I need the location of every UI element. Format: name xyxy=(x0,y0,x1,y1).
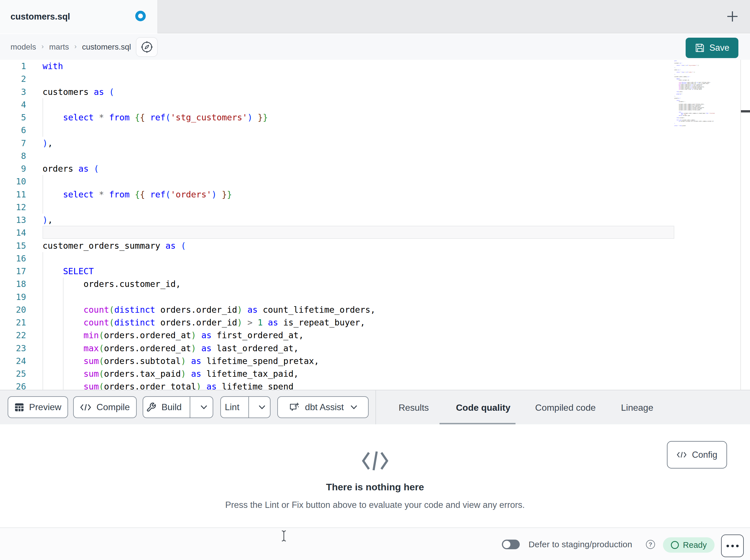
config-button[interactable]: Config xyxy=(667,441,727,469)
empty-state-title: There is nothing here xyxy=(0,481,750,493)
code-editor[interactable]: 1234567891011121314151617181920212223242… xyxy=(0,60,750,390)
new-tab-button[interactable] xyxy=(725,9,740,24)
line-number: 12 xyxy=(0,201,26,213)
editor-tab-bar: customers.sql xyxy=(0,0,750,34)
code-line: select * from {{ ref('orders') }} xyxy=(42,188,232,201)
line-number: 9 xyxy=(0,162,26,175)
minimap-code: with customers as ( select * from {{ ref… xyxy=(674,60,696,126)
line-number: 13 xyxy=(0,213,26,226)
overview-ruler-cursor-mark xyxy=(741,110,750,112)
line-number: 17 xyxy=(0,265,26,277)
line-number: 5 xyxy=(0,111,26,124)
code-line: sum(orders.subtotal) as lifetime_spend_p… xyxy=(42,355,319,367)
tab-customers-sql[interactable]: customers.sql xyxy=(0,0,158,34)
breadcrumb-separator-icon: › xyxy=(41,42,44,50)
editor-minimap[interactable]: with customers as ( select * from {{ ref… xyxy=(674,60,740,390)
code-line: sum(orders.order_total) as lifetime_spen… xyxy=(42,380,294,390)
line-number: 14 xyxy=(0,226,26,239)
line-number: 8 xyxy=(0,149,26,162)
panel-tabs: Results Code quality Compiled code Linea… xyxy=(0,390,750,425)
ready-label: Ready xyxy=(683,540,707,550)
breadcrumb: models › marts › customers.sql xyxy=(11,34,131,60)
code-line: count(distinct orders.order_id) > 1 as i… xyxy=(42,316,365,329)
code-line: SELECT xyxy=(42,265,94,277)
code-line: orders.customer_id, xyxy=(42,277,181,290)
ellipsis-icon xyxy=(736,545,739,547)
code-quality-panel: There is nothing here Press the Lint or … xyxy=(0,424,750,527)
line-number: 2 xyxy=(0,72,26,85)
lineage-navigate-button[interactable] xyxy=(136,37,158,57)
empty-state-subtitle: Press the Lint or Fix button above to ev… xyxy=(0,500,750,510)
code-line: ), xyxy=(42,213,53,226)
status-bar: Defer to staging/production ? Ready xyxy=(0,527,750,560)
ellipsis-icon xyxy=(731,545,734,547)
help-icon[interactable]: ? xyxy=(646,540,655,549)
tab-lineage[interactable]: Lineage xyxy=(619,390,656,425)
line-number: 21 xyxy=(0,316,26,329)
code-empty-icon xyxy=(361,450,389,471)
code-line: with xyxy=(42,60,63,72)
breadcrumb-marts[interactable]: marts xyxy=(49,42,69,51)
code-line: max(orders.ordered_at) as last_ordered_a… xyxy=(42,342,299,355)
compass-icon xyxy=(140,41,153,54)
current-line-highlight xyxy=(42,226,674,239)
line-number: 6 xyxy=(0,124,26,137)
line-number: 18 xyxy=(0,277,26,290)
ready-circle-icon xyxy=(671,541,679,549)
save-button[interactable]: Save xyxy=(686,38,738,58)
empty-state: There is nothing here Press the Lint or … xyxy=(0,424,750,510)
line-number: 3 xyxy=(0,86,26,98)
overview-ruler xyxy=(741,60,741,390)
tab-title: customers.sql xyxy=(11,12,70,22)
save-label: Save xyxy=(709,43,730,53)
code-line: customer_orders_summary as ( xyxy=(42,240,186,252)
line-number: 15 xyxy=(0,240,26,252)
unsaved-changes-dot-icon xyxy=(135,11,146,21)
breadcrumb-models[interactable]: models xyxy=(11,42,36,51)
code-line: ), xyxy=(42,137,53,149)
line-number: 1 xyxy=(0,60,26,72)
line-number: 10 xyxy=(0,175,26,188)
ellipsis-icon xyxy=(727,545,729,547)
line-number: 25 xyxy=(0,367,26,380)
line-number: 4 xyxy=(0,98,26,111)
code-line: orders as ( xyxy=(42,162,99,175)
code-icon xyxy=(676,451,687,458)
code-line: select * from {{ ref('stg_customers') }} xyxy=(42,111,268,124)
line-number: 19 xyxy=(0,291,26,303)
code-line: count(distinct orders.order_id) as count… xyxy=(42,303,375,316)
breadcrumb-bar: models › marts › customers.sql Save xyxy=(0,34,750,60)
text-cursor-pointer-icon xyxy=(281,530,287,542)
line-number: 24 xyxy=(0,355,26,367)
code-line: min(orders.ordered_at) as first_ordered_… xyxy=(42,329,304,341)
tab-compiled-code[interactable]: Compiled code xyxy=(528,390,604,425)
defer-toggle[interactable] xyxy=(502,540,520,549)
breadcrumb-customers-sql: customers.sql xyxy=(82,42,131,51)
plus-icon xyxy=(726,10,739,23)
toggle-knob xyxy=(503,541,510,548)
defer-label: Defer to staging/production xyxy=(529,528,632,560)
line-number: 22 xyxy=(0,329,26,341)
line-number: 16 xyxy=(0,252,26,265)
breadcrumb-separator-icon: › xyxy=(74,42,77,50)
line-number: 7 xyxy=(0,137,26,149)
line-number: 26 xyxy=(0,380,26,390)
tab-results[interactable]: Results xyxy=(392,390,435,425)
more-options-button[interactable] xyxy=(721,535,744,557)
dbt-cloud-ide: customers.sql models › marts › customers… xyxy=(0,0,750,560)
config-label: Config xyxy=(692,450,717,460)
line-number: 11 xyxy=(0,188,26,201)
status-badge[interactable]: Ready xyxy=(663,537,714,553)
line-number: 20 xyxy=(0,303,26,316)
editor-action-bar: Preview Compile Build xyxy=(0,390,750,424)
code-line: customers as ( xyxy=(42,86,114,98)
code-line: sum(orders.tax_paid) as lifetime_tax_pai… xyxy=(42,367,299,380)
save-floppy-icon xyxy=(695,43,705,53)
line-number: 23 xyxy=(0,342,26,355)
tab-code-quality[interactable]: Code quality xyxy=(451,390,515,425)
